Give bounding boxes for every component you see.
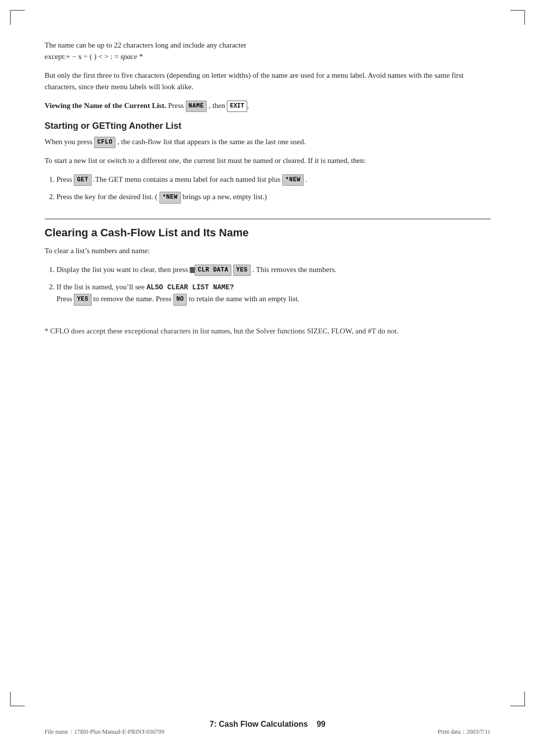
list-item: Display the list you want to clear, then…: [56, 264, 490, 276]
section1-heading: Starting or GETting Another List: [45, 121, 490, 131]
section1-para1: When you press CFLO , the cash-flow list…: [45, 136, 490, 148]
section2-heading: Clearing a Cash-Flow List and Its Name: [45, 218, 490, 239]
also-clear-display: ALSO CLEAR LIST NAME?: [147, 283, 234, 291]
clr-data-key-group: CLR DATA: [190, 265, 231, 276]
chapter-label: 7: Cash Flow Calculations: [210, 720, 308, 728]
clr-data-square: [190, 267, 195, 273]
content-area: The name can be up to 22 characters long…: [45, 30, 490, 337]
para-menu-label: But only the first three to five charact…: [45, 70, 490, 93]
list-item: Press the key for the desired list. ( *N…: [56, 191, 490, 203]
clr-data-key: CLR DATA: [195, 265, 231, 276]
print-data-label: Print data：2003/7/11: [437, 728, 490, 736]
get-key: GET: [74, 174, 91, 186]
footnote: * CFLO does accept these exceptional cha…: [45, 325, 490, 337]
corner-mark-bl: [10, 692, 25, 706]
corner-mark-tl: [10, 10, 25, 25]
para-name-chars: The name can be up to 22 characters long…: [45, 40, 490, 63]
new-key-1: *NEW: [282, 174, 304, 186]
list-item: If the list is named, you’ll see ALSO CL…: [56, 281, 490, 306]
footnote-text: * CFLO does accept these exceptional cha…: [45, 325, 490, 337]
exit-key: EXIT: [227, 101, 247, 112]
yes-key-2: YES: [74, 294, 91, 305]
cflo-key: CFLO: [94, 137, 115, 148]
no-key: NO: [173, 294, 187, 305]
section1-list: Press GET .The GET menu contains a menu …: [56, 173, 490, 203]
section1-para2: To start a new list or switch to a diffe…: [45, 155, 490, 166]
yes-key-1: YES: [233, 265, 251, 276]
page: The name can be up to 22 characters long…: [0, 0, 535, 756]
section2-intro: To clear a list’s numbers and name:: [45, 245, 490, 257]
except-line: except:+ − x ÷ ( ) < > : = space *: [45, 53, 143, 60]
list-item: Press GET .The GET menu contains a menu …: [56, 173, 490, 186]
name-key: NAME: [186, 101, 207, 112]
file-name-label: File name：17BII-Plus-Manual-E-PRINT-0307…: [45, 728, 164, 736]
viewing-name-line: Viewing the Name of the Current List. Pr…: [45, 100, 490, 112]
page-number: 99: [317, 720, 325, 728]
new-key-2: *NEW: [160, 192, 181, 203]
section2-list: Display the list you want to clear, then…: [56, 264, 490, 306]
footer-file-info: File name：17BII-Plus-Manual-E-PRINT-0307…: [0, 728, 535, 736]
corner-mark-br: [510, 692, 525, 706]
corner-mark-tr: [510, 10, 525, 25]
